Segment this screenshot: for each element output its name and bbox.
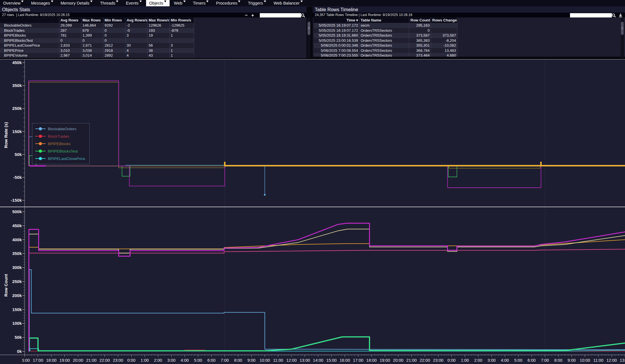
cell <box>148 38 170 43</box>
table-row[interactable]: BPIPEBlocks7811,39903191 <box>0 33 194 38</box>
timeline-search-input[interactable] <box>570 13 612 17</box>
table-row[interactable]: 5/05/2025 16:19:31.660OrdersTRSSectors37… <box>314 33 457 38</box>
x-tick-label: 3:00 <box>167 358 175 363</box>
y-tick-label: 400k <box>12 237 22 242</box>
charts-area: 450k350k250k150k50k-50k-150k500k450k400k… <box>0 59 625 364</box>
cell: 5/05/2025 16:19:31.660 <box>314 33 359 38</box>
col-header-row-count[interactable]: Row Count <box>409 18 431 23</box>
x-tick-label: 9:00 <box>247 358 255 363</box>
cell: 0 <box>103 28 125 33</box>
col-header-time[interactable]: Time ▾ <box>314 18 359 23</box>
cell: 2,833 <box>59 43 81 48</box>
table-row[interactable]: 5/05/2025 23:00:16.539OrdersTRSSectors36… <box>314 38 457 43</box>
x-tick-label: 19:00 <box>60 358 70 363</box>
legend-item-blocktrades[interactable]: BlockTrades <box>35 132 85 140</box>
cell: 2812 <box>103 43 125 48</box>
tab-procedures[interactable]: Procedures <box>213 0 243 6</box>
x-tick-label: 18:00 <box>46 358 56 363</box>
tab-events[interactable]: Events <box>123 0 145 6</box>
table-row[interactable]: 5/05/2025 16:19:07.172OrdersTRSSectors0 <box>314 28 457 33</box>
legend-item-bpipeblocks[interactable]: BPIPEBlocks <box>35 140 85 147</box>
search-icon[interactable] <box>612 13 616 19</box>
x-tick-label: 12:00 <box>286 358 296 363</box>
table-row[interactable]: 5/05/2025 16:19:07.172secm295,163 <box>314 23 457 28</box>
tab-overview[interactable]: Overview <box>0 0 27 6</box>
tab-messages[interactable]: Messages <box>28 0 56 6</box>
cell: 3,010 <box>59 48 81 53</box>
x-tick-label: 7:00 <box>541 358 549 363</box>
table-row[interactable]: 5/06/2025 7:00:23.555OrdersTRSSectors373… <box>314 53 457 57</box>
col-header-min-rows-s[interactable]: Min Rows/s <box>170 18 194 23</box>
table-row[interactable]: 5/06/2025 7:00:08.554OrdersTRSSectors368… <box>314 48 457 53</box>
tab-memory-details[interactable]: Memory Details <box>58 0 96 6</box>
x-tick-label: 1:00 <box>141 358 149 363</box>
cell: 38 <box>148 48 170 53</box>
table-row[interactable]: BlockTrades2878790-0193-879 <box>0 28 194 33</box>
x-tick-label: 21:00 <box>86 358 97 363</box>
y-tick-label: 500k <box>12 209 22 214</box>
col-header-blank[interactable] <box>0 18 59 23</box>
legend-marker-icon <box>35 142 46 145</box>
table-row[interactable]: BPIPEPrice3,0103,03829184381 <box>0 48 194 53</box>
col-header-rows-change[interactable]: Rows Change <box>431 18 457 23</box>
x-tick-label: 17:00 <box>33 358 43 363</box>
chevron-down-icon <box>139 1 142 2</box>
tab-web-balancer[interactable]: Web Balancer <box>270 0 306 6</box>
x-tick-label: 9:00 <box>568 358 576 363</box>
timeline-scrollbar[interactable] <box>621 18 624 58</box>
cell: 13,483 <box>431 48 457 53</box>
objects-search-input[interactable] <box>260 13 301 17</box>
zoom-in-button[interactable]: + <box>250 13 255 18</box>
scrollbar-thumb[interactable] <box>621 22 624 35</box>
cell: 1,399 <box>81 33 103 38</box>
col-header-avg-rows[interactable]: Avg Rows <box>59 18 81 23</box>
col-header-max-rows[interactable]: Max Rows <box>81 18 103 23</box>
tab-timers[interactable]: Timers <box>190 0 212 6</box>
x-tick-label: 4:00 <box>501 358 509 363</box>
legend-item-bpipelastcloseprice[interactable]: BPIPELastClosePrice <box>35 155 85 162</box>
cell: -10,082 <box>431 43 457 48</box>
table-row[interactable]: BlockableOrders29,099146,8649292-2129626… <box>0 23 194 28</box>
cell: 0 <box>81 38 103 43</box>
y-tick-label: 350k <box>12 251 22 256</box>
col-header-min-rows[interactable]: Min Rows <box>103 18 125 23</box>
tab-threads[interactable]: Threads <box>97 0 121 6</box>
cell: 2892 <box>103 53 125 58</box>
zoom-out-button[interactable]: − <box>243 13 249 18</box>
table-row[interactable]: BPIPEVolume2,9873,01428924431 <box>0 53 194 58</box>
cell: 5/05/2025 16:19:07.172 <box>314 28 359 33</box>
objects-stats-scrollbar[interactable] <box>307 18 310 58</box>
cell: 0 <box>103 38 125 43</box>
x-tick-label: 2:00 <box>154 358 162 363</box>
table-row[interactable]: BPIPELastClosePrice2,8332,871281230563 <box>0 43 194 48</box>
legend-marker-icon <box>35 127 46 130</box>
cell: OrdersTRSSectors <box>359 48 409 53</box>
col-header-avg-rows-s[interactable]: Avg Rows/s <box>125 18 148 23</box>
cell: secm <box>359 23 409 28</box>
chevron-down-icon <box>164 1 166 2</box>
cell: BlockableOrders <box>0 23 59 28</box>
series-point <box>264 194 266 196</box>
x-tick-label: 23:00 <box>113 358 123 363</box>
cell: 56 <box>148 43 170 48</box>
cell: 781 <box>59 33 81 38</box>
col-header-table-name[interactable]: Table Name <box>359 18 409 23</box>
x-tick-label: 21:00 <box>406 358 417 363</box>
charts-canvas[interactable]: 450k350k250k150k50k-50k-150k500k450k400k… <box>0 59 625 364</box>
cell: 373,587 <box>431 33 457 38</box>
col-header-max-rows-s[interactable]: Max Rows/s <box>148 18 170 23</box>
search-icon[interactable] <box>301 13 305 19</box>
x-tick-label: 13:00 <box>620 358 625 363</box>
legend-item-bpipeblockstest[interactable]: BPIPEBlocksTest <box>35 147 85 155</box>
scrollbar-thumb[interactable] <box>308 22 310 35</box>
legend-marker-icon <box>35 157 46 160</box>
tab-objects[interactable]: Objects <box>146 0 170 6</box>
table-row[interactable]: 5/06/2025 0:00:02.346OrdersTRSSectors355… <box>314 43 457 48</box>
table-row[interactable]: BPIPEBlocksTest000 <box>0 38 194 43</box>
legend-item-blockableorders[interactable]: BlockableOrders <box>35 125 85 132</box>
tab-web[interactable]: Web <box>171 0 189 6</box>
cell: 9292 <box>103 23 125 28</box>
tab-triggers[interactable]: Triggers <box>245 0 269 6</box>
timeline-table: Time ▾Table NameRow CountRows Change5/05… <box>314 18 457 57</box>
cell <box>431 23 457 28</box>
